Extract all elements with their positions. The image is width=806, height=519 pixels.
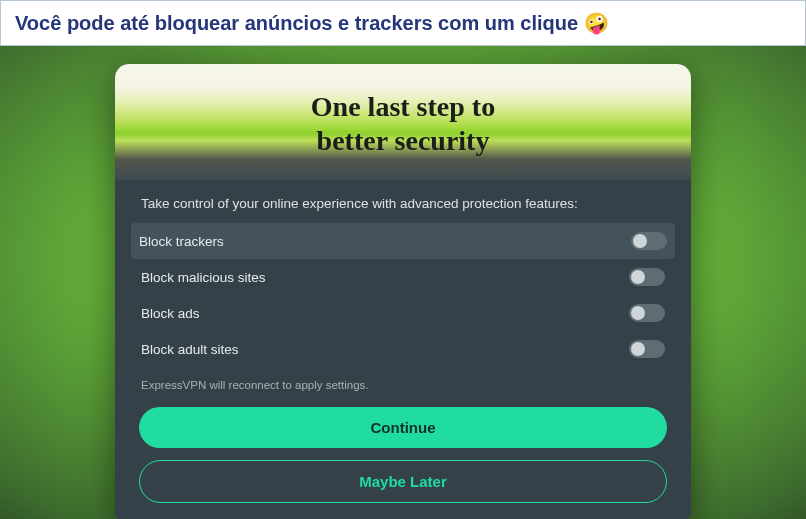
toggle-switch-block-malicious[interactable] [629, 268, 665, 286]
toggle-switch-block-ads[interactable] [629, 304, 665, 322]
continue-button[interactable]: Continue [139, 407, 667, 448]
toggle-label: Block ads [141, 306, 200, 321]
title-line-1: One last step to [311, 91, 495, 122]
app-backdrop: VPN N O One last step to better security… [0, 46, 806, 519]
dialog-title: One last step to better security [135, 90, 671, 158]
toggle-row-block-malicious: Block malicious sites [139, 259, 667, 295]
toggle-row-block-trackers: Block trackers [131, 223, 675, 259]
toggle-label: Block malicious sites [141, 270, 266, 285]
title-line-2: better security [317, 125, 490, 156]
toggle-switch-block-trackers[interactable] [631, 232, 667, 250]
maybe-later-button[interactable]: Maybe Later [139, 460, 667, 503]
dialog-description: Take control of your online experience w… [139, 182, 667, 223]
dialog-body: Take control of your online experience w… [115, 180, 691, 519]
reconnect-note: ExpressVPN will reconnect to apply setti… [139, 367, 667, 407]
security-dialog: One last step to better security Take co… [115, 64, 691, 519]
info-banner: Você pode até bloquear anúncios e tracke… [0, 0, 806, 46]
dialog-header: One last step to better security [115, 64, 691, 180]
toggle-row-block-ads: Block ads [139, 295, 667, 331]
toggle-row-block-adult: Block adult sites [139, 331, 667, 367]
toggle-label: Block adult sites [141, 342, 239, 357]
toggle-label: Block trackers [139, 234, 224, 249]
banner-text: Você pode até bloquear anúncios e tracke… [15, 12, 609, 34]
toggle-switch-block-adult[interactable] [629, 340, 665, 358]
